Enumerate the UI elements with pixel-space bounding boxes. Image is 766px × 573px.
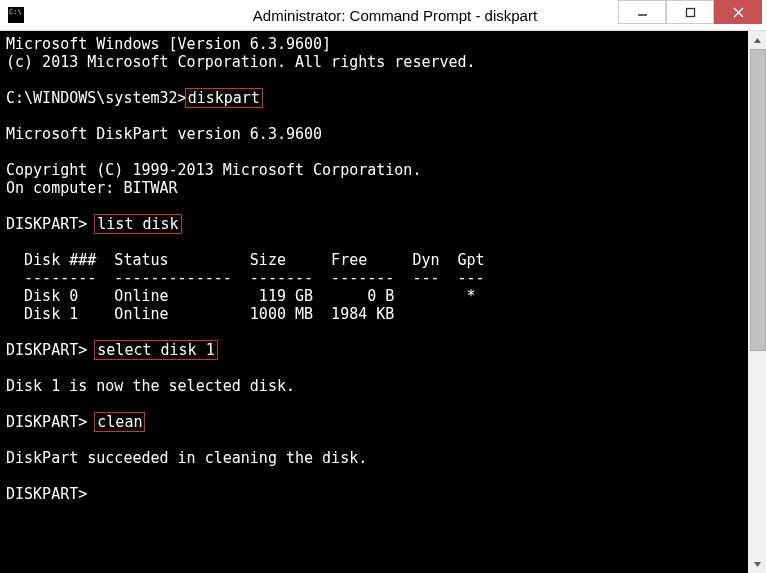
text-line: On computer: BITWAR: [6, 179, 178, 197]
prompt-path: C:\WINDOWS\system32>: [6, 89, 187, 107]
text-line: Disk 1 is now the selected disk.: [6, 377, 295, 395]
close-button[interactable]: [714, 0, 762, 24]
table-row: Disk 1 Online 1000 MB 1984 KB: [6, 305, 394, 323]
svg-marker-5: [754, 562, 761, 567]
text-line: DiskPart succeeded in cleaning the disk.: [6, 449, 367, 467]
vertical-scrollbar[interactable]: [748, 31, 766, 573]
diskpart-prompt: DISKPART>: [6, 413, 96, 431]
diskpart-prompt: DISKPART>: [6, 341, 96, 359]
text-line: Copyright (C) 1999-2013 Microsoft Corpor…: [6, 161, 421, 179]
diskpart-prompt-final: DISKPART>: [6, 485, 87, 503]
scroll-down-icon[interactable]: [748, 555, 766, 573]
table-separator: -------- ------------- ------- ------- -…: [6, 269, 485, 287]
command-highlight-clean: clean: [94, 412, 145, 432]
table-row: Disk 0 Online 119 GB 0 B *: [6, 287, 476, 305]
command-highlight-listdisk: list disk: [94, 214, 181, 234]
console-output[interactable]: Microsoft Windows [Version 6.3.9600] (c)…: [0, 31, 748, 573]
diskpart-prompt: DISKPART>: [6, 215, 96, 233]
scroll-track[interactable]: [748, 49, 766, 555]
minimize-button[interactable]: [618, 0, 666, 24]
table-header: Disk ### Status Size Free Dyn Gpt: [6, 251, 485, 269]
command-highlight-selectdisk: select disk 1: [94, 340, 217, 360]
window-controls: [618, 0, 762, 24]
svg-marker-4: [754, 38, 761, 43]
text-line: Microsoft DiskPart version 6.3.9600: [6, 125, 322, 143]
window-frame: Administrator: Command Prompt - diskpart…: [0, 0, 766, 573]
client-area: Microsoft Windows [Version 6.3.9600] (c)…: [0, 31, 766, 573]
text-line: (c) 2013 Microsoft Corporation. All righ…: [6, 53, 476, 71]
text-line: Microsoft Windows [Version 6.3.9600]: [6, 35, 331, 53]
titlebar[interactable]: Administrator: Command Prompt - diskpart: [0, 0, 766, 31]
cmd-icon: [8, 7, 24, 23]
scroll-up-icon[interactable]: [748, 31, 766, 49]
maximize-button[interactable]: [666, 0, 714, 24]
command-highlight-diskpart: diskpart: [185, 88, 263, 108]
svg-rect-1: [686, 8, 694, 16]
scroll-thumb[interactable]: [750, 49, 766, 351]
